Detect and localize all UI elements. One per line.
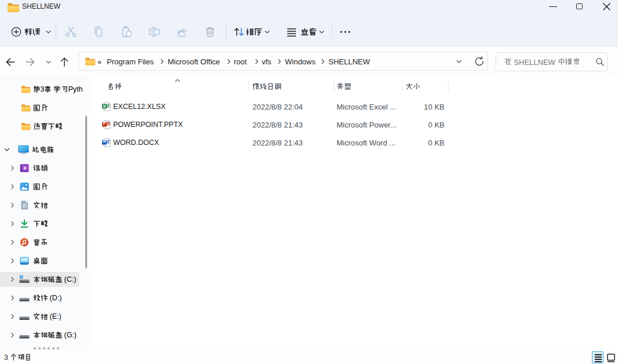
svg-text:P: P	[103, 121, 106, 125]
svg-text:W: W	[103, 139, 106, 143]
